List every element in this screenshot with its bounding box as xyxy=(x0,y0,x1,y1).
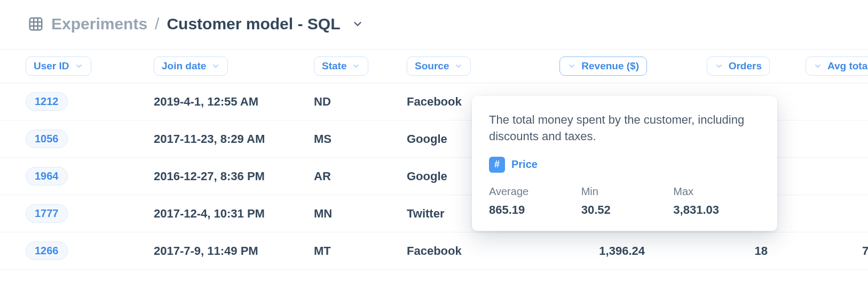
user-id-chip[interactable]: 1964 xyxy=(26,167,68,186)
cell-join-date: 2016-12-27, 8:36 PM xyxy=(154,170,314,183)
user-id-chip[interactable]: 1777 xyxy=(26,204,68,223)
user-id-chip[interactable]: 1212 xyxy=(26,92,68,111)
stat-average: Average 865.19 xyxy=(489,186,576,217)
column-header-orders[interactable]: Orders xyxy=(707,57,770,76)
tooltip-stats: Average 865.19 Min 30.52 Max 3,831.03 xyxy=(489,186,760,217)
cell-state: MT xyxy=(314,244,407,258)
cell-avg-total: .58 xyxy=(770,170,868,183)
cell-state: MS xyxy=(314,132,407,146)
column-label: Join date xyxy=(162,60,206,72)
tooltip-type-label: Price xyxy=(511,158,538,171)
breadcrumb-separator: / xyxy=(155,15,159,33)
column-header-user-id[interactable]: User ID xyxy=(26,57,91,76)
cell-avg-total: .56 xyxy=(770,132,868,146)
table-header-row: User ID Join date State xyxy=(0,49,868,83)
cell-join-date: 2017-12-4, 10:31 PM xyxy=(154,207,314,221)
column-header-source[interactable]: Source xyxy=(407,57,471,76)
chevron-down-icon xyxy=(567,62,576,70)
cell-join-date: 2017-11-23, 8:29 AM xyxy=(154,132,314,146)
column-label: User ID xyxy=(34,60,69,72)
column-tooltip: The total money spent by the customer, i… xyxy=(472,96,777,231)
column-header-revenue[interactable]: Revenue ($) xyxy=(559,57,647,76)
cell-join-date: 2019-4-1, 12:55 AM xyxy=(154,95,314,109)
breadcrumb-parent[interactable]: Experiments xyxy=(51,15,147,33)
stat-value: 865.19 xyxy=(489,203,576,217)
tooltip-description: The total money spent by the customer, i… xyxy=(489,112,760,145)
stat-label: Average xyxy=(489,186,576,198)
column-header-join-date[interactable]: Join date xyxy=(154,57,228,76)
column-label: Source xyxy=(415,60,449,72)
chevron-down-icon xyxy=(352,62,360,70)
chevron-down-icon xyxy=(211,62,220,70)
stat-label: Min xyxy=(581,186,668,198)
table-icon xyxy=(28,16,44,32)
page-title: Customer model - SQL xyxy=(167,15,340,33)
chevron-down-icon xyxy=(75,62,83,70)
stat-value: 3,831.03 xyxy=(673,203,760,217)
column-header-state[interactable]: State xyxy=(314,57,368,76)
cell-state: MN xyxy=(314,207,407,221)
breadcrumb: Experiments / Customer model - SQL xyxy=(0,0,868,49)
cell-avg-total: 77.57 xyxy=(770,244,868,258)
cell-avg-total: .50 xyxy=(770,207,868,221)
cell-orders: 18 xyxy=(647,244,770,258)
chevron-down-icon xyxy=(715,62,723,70)
cell-state: ND xyxy=(314,95,407,109)
user-id-chip[interactable]: 1056 xyxy=(26,130,68,148)
column-label: Orders xyxy=(729,60,762,72)
stat-min: Min 30.52 xyxy=(581,186,668,217)
user-id-chip[interactable]: 1266 xyxy=(26,241,68,260)
stat-max: Max 3,831.03 xyxy=(673,186,760,217)
table-row: 1266 2017-7-9, 11:49 PM MT Facebook 1,39… xyxy=(0,232,868,270)
number-type-icon: # xyxy=(489,157,505,173)
stat-label: Max xyxy=(673,186,760,198)
chevron-down-icon xyxy=(454,62,463,70)
cell-avg-total: .90 xyxy=(770,95,868,109)
stat-value: 30.52 xyxy=(581,203,668,217)
cell-state: AR xyxy=(314,170,407,183)
title-dropdown-button[interactable] xyxy=(352,18,364,30)
column-label: Avg total ($) xyxy=(827,60,868,72)
chevron-down-icon xyxy=(814,62,822,70)
column-header-avg-total[interactable]: Avg total ($) xyxy=(806,57,868,76)
column-label: Revenue ($) xyxy=(581,60,639,72)
cell-source: Facebook xyxy=(407,244,524,258)
cell-revenue: 1,396.24 xyxy=(524,244,647,258)
tooltip-type-row: # Price xyxy=(489,157,760,173)
svg-rect-0 xyxy=(30,18,42,30)
cell-join-date: 2017-7-9, 11:49 PM xyxy=(154,244,314,258)
column-label: State xyxy=(322,60,346,72)
